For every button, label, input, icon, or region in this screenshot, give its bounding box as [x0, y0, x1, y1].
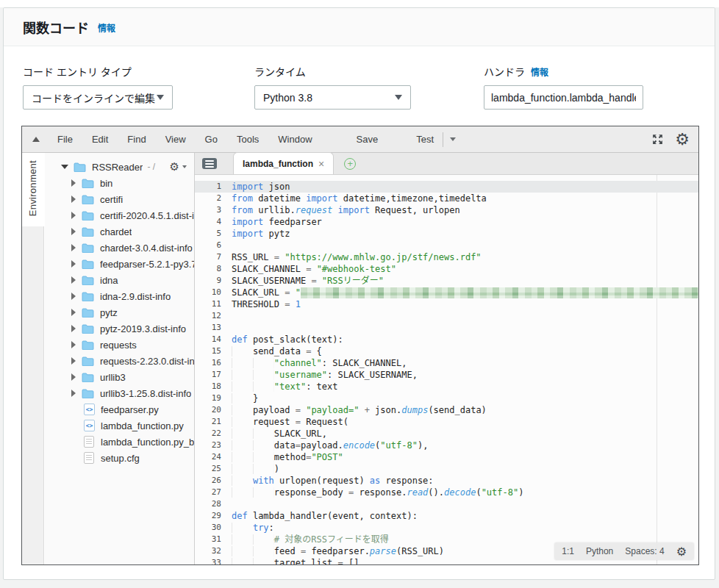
- tab-close-icon[interactable]: ×: [318, 158, 324, 170]
- tree-item-idna-2-9-dist-info[interactable]: idna-2.9.dist-info: [45, 288, 194, 304]
- chevron-collapsed-icon[interactable]: [71, 179, 76, 187]
- menu-file[interactable]: File: [57, 134, 73, 145]
- line-number[interactable]: 30: [195, 522, 229, 534]
- line-number[interactable]: 7: [195, 251, 229, 263]
- line-number[interactable]: 20: [195, 404, 229, 416]
- line-number[interactable]: 4: [195, 216, 229, 228]
- line-number[interactable]: 18: [195, 381, 229, 392]
- chevron-collapsed-icon[interactable]: [71, 373, 76, 381]
- line-number[interactable]: 29: [195, 510, 229, 522]
- handler-info-link[interactable]: 情報: [531, 65, 548, 78]
- statusbar-gear-icon[interactable]: ⚙: [676, 545, 687, 559]
- open-files-list-icon[interactable]: [202, 158, 217, 169]
- code-line-30[interactable]: 30 try:: [195, 522, 698, 534]
- code-line-25[interactable]: 25 ): [195, 463, 698, 475]
- tree-item-pytz-2019-3-dist-info[interactable]: pytz-2019.3.dist-info: [45, 320, 194, 337]
- tab-lambda-function[interactable]: lambda_function ×: [233, 152, 334, 174]
- chevron-collapsed-icon[interactable]: [71, 228, 76, 235]
- cursor-position[interactable]: 1:1: [562, 546, 574, 556]
- line-number[interactable]: 17: [195, 369, 229, 381]
- line-number[interactable]: 11: [195, 298, 229, 310]
- line-number[interactable]: 22: [195, 428, 229, 440]
- tree-item-feedparser-py[interactable]: <>feedparser.py: [45, 401, 194, 417]
- line-number[interactable]: 14: [195, 334, 229, 345]
- editor-settings-gear-icon[interactable]: ⚙: [675, 132, 690, 148]
- chevron-collapsed-icon[interactable]: [71, 309, 76, 316]
- menu-edit[interactable]: Edit: [92, 134, 108, 145]
- line-number[interactable]: 13: [195, 322, 229, 334]
- language-mode[interactable]: Python: [586, 546, 613, 556]
- chevron-collapsed-icon[interactable]: [71, 357, 76, 365]
- line-number[interactable]: 27: [195, 487, 229, 498]
- menu-go[interactable]: Go: [205, 134, 218, 145]
- tree-settings-caret-icon[interactable]: [182, 165, 187, 168]
- line-number[interactable]: 9: [195, 275, 229, 287]
- tree-item-certifi-2020-4-5-1-dist-info[interactable]: certifi-2020.4.5.1.dist-info: [45, 207, 194, 223]
- test-button[interactable]: Test: [416, 134, 434, 145]
- code-line-17[interactable]: 17 "username": SLACK_USERNAME,: [195, 369, 698, 381]
- code-line-20[interactable]: 20 payload = "payload=" + json.dumps(sen…: [195, 404, 698, 416]
- code-line-24[interactable]: 24 method="POST": [195, 451, 698, 463]
- tree-item-setup-cfg[interactable]: setup.cfg: [45, 450, 194, 466]
- environment-tab[interactable]: Environment: [22, 153, 44, 226]
- tree-item-bin[interactable]: bin: [45, 175, 194, 191]
- spaces-setting[interactable]: Spaces: 4: [625, 546, 664, 556]
- line-number[interactable]: 31: [195, 534, 229, 545]
- chevron-collapsed-icon[interactable]: [71, 244, 76, 251]
- tree-item-certifi[interactable]: certifi: [45, 191, 194, 207]
- tree-settings-gear-icon[interactable]: ⚙: [170, 160, 179, 173]
- line-number[interactable]: 19: [195, 392, 229, 404]
- chevron-collapsed-icon[interactable]: [71, 276, 76, 284]
- code-line-16[interactable]: 16 "channel": SLACK_CHANNEL,: [195, 357, 698, 369]
- line-number[interactable]: 3: [195, 204, 229, 216]
- menu-window[interactable]: Window: [278, 134, 312, 145]
- chevron-collapsed-icon[interactable]: [71, 212, 76, 219]
- tree-item-urllib3-1-25-8-dist-info[interactable]: urllib3-1.25.8.dist-info: [45, 385, 194, 401]
- line-number[interactable]: 5: [195, 228, 229, 240]
- tree-item-chardet-3-0-4-dist-info[interactable]: chardet-3.0.4.dist-info: [45, 240, 194, 256]
- line-number[interactable]: 26: [195, 475, 229, 487]
- tree-item-requests[interactable]: requests: [45, 337, 194, 353]
- code-line-18[interactable]: 18 "text": text: [195, 381, 698, 392]
- code-line-8[interactable]: 8SLACK_CHANNEL = "#webhook-test": [195, 263, 698, 275]
- tree-root-rssreader[interactable]: RSSReader - / ⚙: [45, 159, 194, 175]
- code-line-9[interactable]: 9SLACK_USERNAME = "RSSリーダー": [195, 275, 698, 287]
- tree-item-feedparser-5-2-1-py3-7-egg-info[interactable]: feedparser-5.2.1-py3.7.egg-info: [45, 256, 194, 272]
- tree-item-lambda-function-py[interactable]: <>lambda_function.py: [45, 417, 194, 434]
- tree-item-idna[interactable]: idna: [45, 272, 194, 288]
- code-line-15[interactable]: 15 send_data = {: [195, 345, 698, 357]
- code-line-19[interactable]: 19 }: [195, 392, 698, 404]
- tree-item-chardet[interactable]: chardet: [45, 223, 194, 240]
- line-number[interactable]: 33: [195, 557, 229, 564]
- menu-tools[interactable]: Tools: [237, 134, 259, 145]
- code-line-23[interactable]: 23 data=payload.encode("utf-8"),: [195, 440, 698, 451]
- chevron-collapsed-icon[interactable]: [71, 341, 76, 348]
- code-line-21[interactable]: 21 request = Request(: [195, 416, 698, 428]
- test-dropdown-icon[interactable]: [450, 137, 456, 141]
- line-number[interactable]: 25: [195, 463, 229, 475]
- code-scroller[interactable]: 1import json2from datetime import dateti…: [195, 175, 698, 564]
- handler-input[interactable]: [484, 85, 643, 110]
- code-line-27[interactable]: 27 response_body = response.read().decod…: [195, 487, 698, 498]
- code-line-22[interactable]: 22 SLACK_URL,: [195, 428, 698, 440]
- line-number[interactable]: 24: [195, 451, 229, 463]
- code-line-28[interactable]: 28: [195, 498, 698, 510]
- runtime-select[interactable]: Python 3.8: [254, 85, 411, 110]
- menu-view[interactable]: View: [165, 134, 186, 145]
- chevron-collapsed-icon[interactable]: [71, 325, 76, 332]
- code-line-26[interactable]: 26 with urlopen(request) as response:: [195, 475, 698, 487]
- code-line-3[interactable]: 3from urllib.request import Request, url…: [195, 204, 698, 216]
- save-button[interactable]: Save: [357, 134, 379, 145]
- line-number[interactable]: 15: [195, 345, 229, 357]
- line-number[interactable]: 28: [195, 498, 229, 510]
- chevron-collapsed-icon[interactable]: [71, 293, 76, 300]
- line-number[interactable]: 16: [195, 357, 229, 369]
- line-number[interactable]: 23: [195, 440, 229, 451]
- menu-find[interactable]: Find: [127, 134, 146, 145]
- code-line-5[interactable]: 5import pytz: [195, 228, 698, 240]
- tree-item-pytz[interactable]: pytz: [45, 304, 194, 320]
- code-line-12[interactable]: 12: [195, 310, 698, 322]
- line-number[interactable]: 8: [195, 263, 229, 275]
- tree-item-urllib3[interactable]: urllib3: [45, 369, 194, 385]
- code-line-2[interactable]: 2from datetime import datetime,timezone,…: [195, 193, 698, 204]
